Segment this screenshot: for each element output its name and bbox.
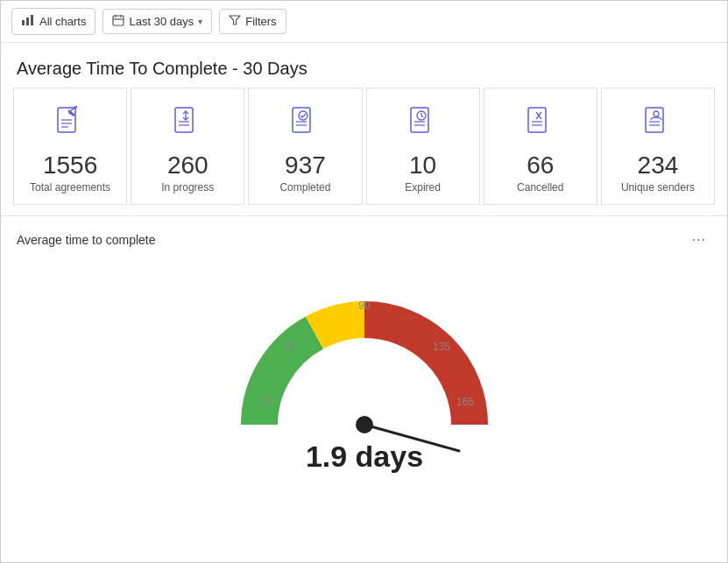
gauge-label-15: 15 — [260, 396, 272, 408]
stat-card-inprogress: 260 In progress — [131, 88, 244, 205]
svg-line-27 — [421, 116, 423, 117]
filters-label: Filters — [245, 15, 276, 28]
chart-section: Average time to complete ··· — [1, 216, 727, 562]
gauge-label-135: 135 — [432, 341, 449, 353]
filters-button[interactable]: Filters — [219, 9, 286, 34]
person-icon — [639, 102, 677, 146]
unique-number: 234 — [638, 153, 679, 178]
svg-rect-14 — [175, 108, 193, 132]
page-title-bar: Average Time To Complete - 30 Days — [1, 43, 727, 88]
inprogress-label: In progress — [161, 181, 214, 194]
expired-number: 10 — [409, 153, 436, 178]
svg-rect-2 — [31, 15, 33, 25]
calendar-icon — [112, 14, 124, 29]
page-title: Average Time To Complete - 30 Days — [17, 59, 711, 79]
expired-label: Expired — [405, 181, 441, 194]
stats-row: 1556 Total agreements 260 In progress — [1, 88, 727, 216]
gauge-value: 1.9 days — [305, 440, 422, 473]
svg-point-36 — [654, 111, 659, 116]
arrows-icon — [168, 102, 207, 146]
svg-rect-3 — [113, 16, 124, 25]
chart-title: Average time to complete — [17, 233, 156, 247]
cross-icon — [521, 102, 560, 146]
date-range-label: Last 30 days — [129, 15, 194, 28]
chart-header: Average time to complete ··· — [17, 230, 711, 250]
stat-card-completed: 937 Completed — [248, 88, 362, 205]
cancelled-label: Cancelled — [517, 181, 563, 194]
total-label: Total agreements — [30, 181, 110, 194]
all-charts-label: All charts — [39, 15, 86, 28]
cancelled-number: 66 — [527, 153, 554, 178]
svg-point-21 — [299, 111, 307, 120]
completed-number: 937 — [285, 153, 326, 178]
more-icon: ··· — [692, 232, 706, 247]
inprogress-number: 260 — [167, 153, 209, 178]
check-icon — [286, 102, 324, 146]
stat-card-cancelled: 66 Cancelled — [484, 88, 597, 205]
gauge-chart: 15 45 90 135 165 — [198, 276, 531, 486]
svg-rect-1 — [26, 18, 29, 25]
svg-rect-28 — [528, 108, 546, 132]
svg-marker-7 — [230, 16, 240, 25]
top-bar: All charts Last 30 days ▾ Filters — [1, 1, 727, 43]
filter-icon — [229, 14, 241, 29]
gauge-container: 15 45 90 135 165 — [17, 258, 711, 495]
gauge-label-45: 45 — [284, 341, 296, 353]
total-number: 1556 — [43, 153, 97, 178]
stat-card-total: 1556 Total agreements — [13, 88, 127, 205]
stat-card-unique: 234 Unique senders — [601, 88, 715, 205]
send-icon — [51, 102, 89, 146]
chevron-down-icon: ▾ — [198, 17, 202, 26]
app-frame: All charts Last 30 days ▾ Filters — [0, 0, 728, 563]
more-options-button[interactable]: ··· — [687, 230, 711, 250]
date-range-button[interactable]: Last 30 days ▾ — [102, 9, 212, 34]
stat-card-expired: 10 Expired — [366, 88, 480, 205]
clock-icon — [404, 102, 442, 146]
svg-rect-0 — [22, 20, 25, 25]
gauge-label-165: 165 — [456, 396, 473, 408]
charts-icon — [21, 13, 35, 30]
completed-label: Completed — [279, 181, 330, 194]
gauge-center-dot — [356, 416, 373, 433]
gauge-label-90: 90 — [358, 299, 371, 312]
unique-label: Unique senders — [621, 181, 695, 194]
all-charts-button[interactable]: All charts — [11, 8, 95, 35]
